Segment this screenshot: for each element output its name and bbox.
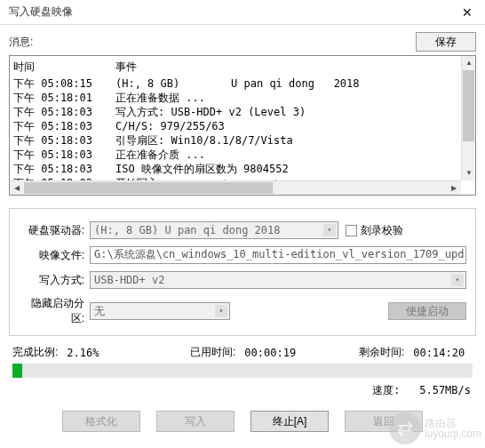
hidden-label: 隐藏启动分区: [19,296,90,326]
progress-bar [12,364,473,378]
drive-dropdown[interactable]: (H:, 8 GB) U pan qi dong 2018 ▾ [90,221,338,239]
remaining-label: 剩余时间: [359,345,404,360]
method-label: 写入方式: [19,273,90,288]
hidden-value: 无 [94,304,105,319]
scroll-up-icon[interactable]: ▲ [462,56,476,70]
progress-fill [12,364,22,378]
horizontal-scrollbar[interactable]: ◀ ▶ [10,180,461,195]
log-row: 下午 05:18:03正在准备介质 ... [13,148,472,162]
drive-label: 硬盘驱动器: [19,223,90,238]
window-title: 写入硬盘映像 [9,4,73,20]
verify-label: 刻录校验 [361,223,403,238]
log-row: 下午 05:18:01正在准备数据 ... [13,91,472,105]
write-method-dropdown[interactable]: USB-HDD+ v2 ▾ [90,271,466,289]
chevron-down-icon: ▾ [215,305,227,317]
image-value: G:\系统源盘\cn_windows_10_multi-edition_vl_v… [94,248,464,260]
hidden-partition-dropdown[interactable]: 无 ▾ [90,302,230,320]
scroll-down-icon[interactable]: ▼ [462,166,476,180]
elapsed-value: 00:00:19 [244,347,296,359]
watermark-url: luyouqi.com [425,428,481,439]
image-label: 映像文件: [19,248,90,263]
speed-label: 速度: [372,384,400,396]
log-panel: 时间 事件 下午 05:08:15(H:, 8 GB) U pan qi don… [9,55,476,196]
scroll-thumb-h[interactable] [24,182,273,194]
log-header-event: 事件 [115,60,472,75]
elapsed-label: 已用时间: [190,345,235,360]
log-row: 下午 05:18:03ISO 映像文件的扇区数为 9804552 [13,162,472,176]
speed-value: 5.57MB/s [419,384,471,396]
scroll-thumb[interactable] [463,70,474,141]
close-button[interactable]: ✕ [449,0,485,25]
save-button[interactable]: 保存 [416,32,476,52]
drive-value: (H:, 8 GB) U pan qi dong 2018 [94,224,281,236]
chevron-down-icon: ▾ [323,224,336,236]
scroll-right-icon[interactable]: ▶ [447,181,461,196]
router-icon: ⇄ [389,412,421,444]
close-icon: ✕ [462,5,473,20]
scroll-left-icon[interactable]: ◀ [10,181,24,196]
abort-button[interactable]: 终止[A] [250,411,329,432]
log-row: 下午 05:18:03C/H/S: 979/255/63 [13,119,472,133]
log-row: 下午 05:18:03写入方式: USB-HDD+ v2 (Level 3) [13,105,472,119]
log-row: 下午 05:18:03引导扇区: Win10/8.1/8/7/Vista [13,133,472,148]
verify-checkbox[interactable] [346,225,357,236]
method-value: USB-HDD+ v2 [94,274,164,286]
message-label: 消息: [9,35,33,50]
format-button[interactable]: 格式化 [62,411,140,432]
image-field[interactable]: G:\系统源盘\cn_windows_10_multi-edition_vl_v… [90,246,466,264]
remaining-value: 00:14:20 [413,347,465,359]
write-button[interactable]: 写入 [156,411,235,432]
options-group: 硬盘驱动器: (H:, 8 GB) U pan qi dong 2018 ▾ 刻… [9,208,476,336]
log-row: 下午 05:08:15(H:, 8 GB) U pan qi dong 2018 [13,76,472,91]
log-header-time: 时间 [13,60,115,75]
progress-label: 完成比例: [12,345,58,360]
watermark: ⇄ 路由器 luyouqi.com [389,412,481,444]
vertical-scrollbar[interactable]: ▲ ▼ [461,56,475,180]
progress-value: 2.16% [67,347,99,359]
chevron-down-icon: ▾ [451,274,464,286]
titlebar: 写入硬盘映像 ✕ [0,0,485,25]
portable-boot-button[interactable]: 便捷启动 [388,302,466,320]
